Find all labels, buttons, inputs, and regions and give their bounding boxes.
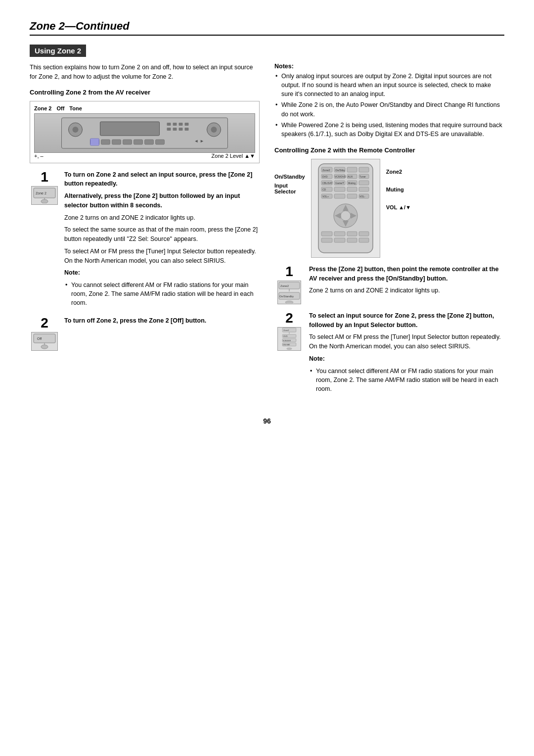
svg-text:On/Standby: On/Standby: [279, 295, 294, 298]
step2-block: 2 Off To turn off Zone 2, press the Zone…: [30, 316, 260, 351]
remote-step2-number-col: 2 Zone2 DVD VCR/DVR CBL/SAT: [274, 311, 304, 351]
remote-step2-para1: To select AM or FM press the [Tuner] Inp…: [309, 332, 504, 351]
diag-labels-bottom: +, – Zone 2 Level ▲▼: [34, 153, 255, 159]
svg-text:CBL/SAT: CBL/SAT: [322, 182, 332, 185]
notes-block: Notes: Only analog input sources are out…: [274, 63, 504, 139]
page-title: Zone 2—Continued: [30, 20, 504, 33]
svg-rect-70: [321, 232, 332, 236]
notes-list: Only analog input sources are output by …: [274, 72, 504, 139]
svg-rect-13: [185, 128, 189, 131]
zone2-right-label: Zone2: [386, 169, 411, 175]
svg-point-25: [41, 199, 48, 203]
svg-text:Muting: Muting: [348, 182, 356, 185]
diag-labels-top: Zone 2 Off Tone: [34, 105, 255, 111]
step2-icon: Off: [31, 332, 58, 351]
svg-rect-57: [359, 187, 369, 191]
step1-note-list: You cannot select different AM or FM rad…: [64, 281, 260, 307]
muting-label: Muting: [386, 187, 411, 192]
subsection2-title: Controlling Zone 2 with the Remote Contr…: [274, 146, 504, 154]
svg-rect-17: [123, 140, 132, 144]
page-header: Zone 2—Continued: [30, 20, 504, 36]
remote-step1-number-col: 1 Zone2 On/Standby: [274, 265, 304, 304]
remote-step1-para1: Zone 2 turns on and ZONE 2 indicator lig…: [309, 286, 504, 295]
svg-text:CD: CD: [322, 188, 326, 191]
remote-step1-block: 1 Zone2 On/Standby Press the [Zone 2] bu: [274, 265, 504, 304]
svg-point-93: [287, 348, 292, 350]
remote-step2-note-list: You cannot select different AM or FM rad…: [309, 367, 504, 393]
svg-text:Zone2: Zone2: [283, 329, 289, 331]
svg-text:Game/T: Game/T: [335, 182, 344, 185]
svg-rect-72: [347, 232, 357, 236]
receiver-diagram: Zone 2 Off Tone: [30, 101, 260, 163]
remote-labels-right: Zone2 Muting VOL ▲/▼: [386, 169, 411, 210]
svg-text:On/Stby: On/Stby: [335, 169, 345, 172]
step1-para3: To select AM or FM press the [Tuner] Inp…: [64, 247, 260, 266]
svg-text:VOL-: VOL-: [359, 195, 365, 198]
note-item-3: While Powered Zone 2 is being used, list…: [274, 121, 504, 139]
svg-rect-16: [112, 140, 121, 144]
svg-text:VOL+: VOL+: [322, 195, 329, 198]
svg-rect-8: [179, 123, 183, 126]
intro-paragraph: This section explains how to turn Zone 2…: [30, 63, 260, 82]
step1-note-item-1: You cannot select different AM or FM rad…: [64, 281, 260, 307]
svg-text:Tuner: Tuner: [359, 175, 366, 178]
receiver-image: ◄ ►: [34, 113, 255, 153]
remote-step1-content: Press the [Zone 2] button, then point th…: [309, 265, 504, 298]
plus-minus-label: +, –: [34, 153, 44, 159]
tone-label: Tone: [69, 105, 82, 111]
svg-text:Zone 2: Zone 2: [36, 191, 46, 195]
left-column: This section explains how to turn Zone 2…: [30, 63, 260, 402]
svg-text:VCR/DVD: VCR/DVD: [335, 175, 346, 178]
remote-step2-block: 2 Zone2 DVD VCR/DVR CBL/SAT: [274, 311, 504, 395]
step1-content: To turn on Zone 2 and select an input so…: [64, 170, 260, 310]
svg-rect-9: [185, 123, 189, 126]
off-label: Off: [56, 105, 64, 111]
step1-bold-text: To turn on Zone 2 and select an input so…: [64, 170, 260, 189]
remote-step2-bold: To select an input source for Zone 2, pr…: [309, 311, 504, 330]
svg-rect-36: [347, 167, 357, 172]
remote-step1-icon: Zone2 On/Standby: [277, 281, 301, 304]
svg-rect-1: [100, 122, 160, 136]
svg-text:Zone2: Zone2: [280, 284, 289, 287]
remote-image: Zone2 On/Stby DVD VCR/DVD AUX Tuner: [311, 159, 380, 258]
svg-rect-55: [334, 187, 345, 191]
remote-labels-left: On/Standby InputSelector: [274, 174, 305, 194]
remote-step2-number: 2: [285, 311, 293, 325]
svg-rect-10: [167, 128, 171, 131]
svg-rect-60: [334, 194, 345, 198]
step2-bold-text: To turn off Zone 2, press the Zone 2 [Of…: [64, 316, 260, 326]
svg-rect-73: [359, 232, 369, 236]
svg-text:DVD: DVD: [283, 335, 287, 337]
svg-text:◄ ►: ◄ ►: [194, 139, 204, 143]
svg-rect-76: [347, 238, 357, 242]
zone2-label: Zone 2: [34, 105, 51, 111]
svg-rect-7: [173, 123, 177, 126]
svg-text:DVD: DVD: [322, 175, 328, 178]
svg-rect-71: [334, 232, 345, 236]
input-selector-label: InputSelector: [274, 183, 305, 194]
svg-text:CBL/SAT: CBL/SAT: [283, 344, 291, 346]
note-item-2: While Zone 2 is on, the Auto Power On/St…: [274, 100, 504, 118]
on-standby-label: On/Standby: [274, 174, 305, 180]
main-content: This section explains how to turn Zone 2…: [30, 63, 504, 402]
svg-point-65: [341, 211, 351, 221]
svg-rect-56: [347, 187, 357, 191]
step2-content: To turn off Zone 2, press the Zone 2 [Of…: [64, 316, 260, 329]
svg-rect-12: [179, 128, 183, 131]
step1-number: 1: [41, 170, 48, 184]
svg-rect-15: [101, 140, 110, 144]
step1-block: 1 Zone 2 To turn on Zone 2 and select an…: [30, 170, 260, 310]
svg-text:VCR/DVR: VCR/DVR: [283, 339, 291, 341]
zone2-level-label: Zone 2 Level ▲▼: [212, 153, 255, 159]
step1-number-col: 1 Zone 2: [30, 170, 59, 205]
remote-diagram-area: On/Standby InputSelector Zone2 On/Stby: [274, 159, 504, 258]
step1-alt-bold: Alternatively, press the [Zone 2] button…: [64, 191, 260, 210]
vol-label: VOL ▲/▼: [386, 204, 411, 210]
svg-text:Zone2: Zone2: [322, 169, 330, 172]
notes-heading: Notes:: [274, 63, 504, 70]
step1-para1: Zone 2 turns on and ZONE 2 indicator lig…: [64, 213, 260, 223]
step2-number: 2: [41, 316, 48, 330]
svg-rect-11: [173, 128, 177, 131]
svg-point-5: [211, 127, 217, 133]
step1-icon: Zone 2: [31, 186, 58, 205]
